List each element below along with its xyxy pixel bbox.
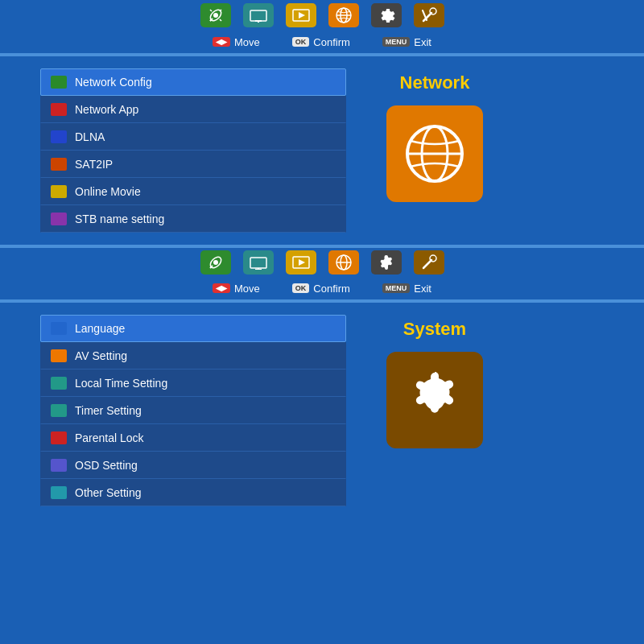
svg-marker-24 — [299, 259, 305, 266]
bottom-confirm-label: Confirm — [313, 283, 350, 295]
top-icon-settings[interactable] — [371, 3, 402, 27]
bottom-move-btn: ◀▶ — [213, 283, 230, 293]
ok-btn-icon: OK — [292, 37, 310, 47]
top-icon-tv[interactable] — [243, 3, 274, 27]
bottom-icon-network[interactable] — [328, 250, 359, 275]
menu-item-icon — [51, 322, 67, 335]
confirm-hint: OK Confirm — [292, 36, 350, 48]
svg-point-0 — [213, 13, 218, 18]
svg-point-17 — [213, 260, 218, 265]
bottom-icon-row — [0, 246, 644, 277]
bottom-menu-btn: MENU — [382, 283, 411, 293]
system-menu-item-parental[interactable]: Parental Lock — [40, 424, 346, 452]
network-menu-item-stb-name[interactable]: STB name setting — [40, 205, 346, 233]
network-menu-list: Network ConfigNetwork AppDLNASAT2IPOnlin… — [40, 68, 346, 233]
menu-item-label: Parental Lock — [75, 431, 144, 444]
top-icon-satellite[interactable] — [200, 3, 231, 27]
network-menu-item-dlna[interactable]: DLNA — [40, 123, 346, 151]
move-label: Move — [234, 36, 260, 48]
network-menu-item-sat2ip[interactable]: SAT2IP — [40, 151, 346, 178]
menu-item-label: STB name setting — [75, 213, 164, 225]
menu-item-icon — [51, 213, 67, 225]
menu-item-icon — [51, 185, 67, 198]
system-big-icon — [386, 352, 483, 448]
menu-item-icon — [51, 103, 67, 116]
menu-item-label: Online Movie — [75, 185, 141, 198]
svg-rect-20 — [250, 258, 266, 268]
network-menu-item-network-app[interactable]: Network App — [40, 96, 346, 123]
menu-item-label: Language — [75, 322, 125, 335]
bottom-icon-satellite[interactable] — [200, 250, 231, 275]
menu-item-icon — [51, 459, 67, 472]
confirm-label: Confirm — [313, 36, 350, 48]
bottom-icon-settings[interactable] — [371, 250, 402, 275]
menu-item-label: Local Time Setting — [75, 377, 167, 390]
top-icon-tools[interactable] — [414, 3, 444, 27]
menu-item-label: Network Config — [75, 76, 152, 89]
move-hint: ◀▶ Move — [213, 36, 260, 48]
menu-item-icon — [51, 130, 67, 143]
bottom-confirm-hint: OK Confirm — [292, 283, 350, 295]
network-menu-item-online-movie[interactable]: Online Movie — [40, 178, 346, 205]
system-menu-item-osd[interactable]: OSD Setting — [40, 452, 346, 479]
menu-item-icon — [51, 404, 67, 417]
network-menu-item-network-config[interactable]: Network Config — [40, 68, 346, 96]
network-big-icon — [386, 105, 483, 202]
system-menu-list: LanguageAV SettingLocal Time SettingTime… — [40, 315, 346, 506]
svg-marker-7 — [299, 12, 305, 19]
bottom-exit-label: Exit — [414, 283, 431, 295]
menu-item-label: Network App — [75, 103, 138, 116]
exit-label: Exit — [414, 36, 431, 48]
system-right-panel: System — [386, 315, 483, 448]
system-menu-item-timer[interactable]: Timer Setting — [40, 397, 346, 424]
menu-item-icon — [51, 486, 67, 499]
menu-item-label: AV Setting — [75, 349, 127, 362]
menu-item-icon — [51, 76, 67, 89]
bottom-ok-btn: OK — [292, 283, 310, 293]
menu-btn-icon: MENU — [382, 37, 411, 47]
system-menu-item-language[interactable]: Language — [40, 315, 346, 342]
menu-item-label: Timer Setting — [75, 404, 142, 417]
menu-item-icon — [51, 349, 67, 362]
network-right-panel: Network — [386, 68, 483, 202]
top-icon-media[interactable] — [286, 3, 316, 27]
menu-item-icon — [51, 431, 67, 444]
svg-line-29 — [423, 260, 431, 268]
menu-item-label: SAT2IP — [75, 158, 113, 171]
network-panel: Network ConfigNetwork AppDLNASAT2IPOnlin… — [0, 56, 644, 245]
bottom-icon-tools[interactable] — [414, 250, 444, 275]
menu-item-icon — [51, 377, 67, 390]
bottom-move-hint: ◀▶ Move — [213, 283, 260, 295]
system-menu-item-other[interactable]: Other Setting — [40, 479, 346, 506]
top-icon-network[interactable] — [328, 3, 359, 27]
menu-item-label: OSD Setting — [75, 459, 138, 472]
system-title: System — [403, 319, 466, 340]
svg-point-12 — [430, 8, 436, 14]
system-panel: LanguageAV SettingLocal Time SettingTime… — [0, 303, 644, 518]
menu-item-label: Other Setting — [75, 486, 142, 499]
system-menu-item-local-time[interactable]: Local Time Setting — [40, 369, 346, 397]
move-btn-icon: ◀▶ — [213, 37, 230, 47]
svg-point-30 — [430, 255, 436, 262]
top-nav-bar: ◀▶ Move OK Confirm MENU Exit — [0, 31, 644, 55]
bottom-nav-bar: ◀▶ Move OK Confirm MENU Exit — [0, 277, 644, 301]
svg-rect-3 — [250, 10, 266, 21]
bottom-exit-hint: MENU Exit — [382, 283, 431, 295]
bottom-icon-tv[interactable] — [243, 250, 274, 275]
menu-item-icon — [51, 158, 67, 171]
system-menu-item-av-setting[interactable]: AV Setting — [40, 342, 346, 369]
exit-hint: MENU Exit — [382, 36, 431, 48]
bottom-move-label: Move — [234, 283, 260, 295]
top-icon-row — [0, 0, 644, 31]
menu-item-label: DLNA — [75, 130, 105, 143]
network-title: Network — [400, 72, 470, 93]
bottom-icon-media[interactable] — [286, 250, 316, 275]
